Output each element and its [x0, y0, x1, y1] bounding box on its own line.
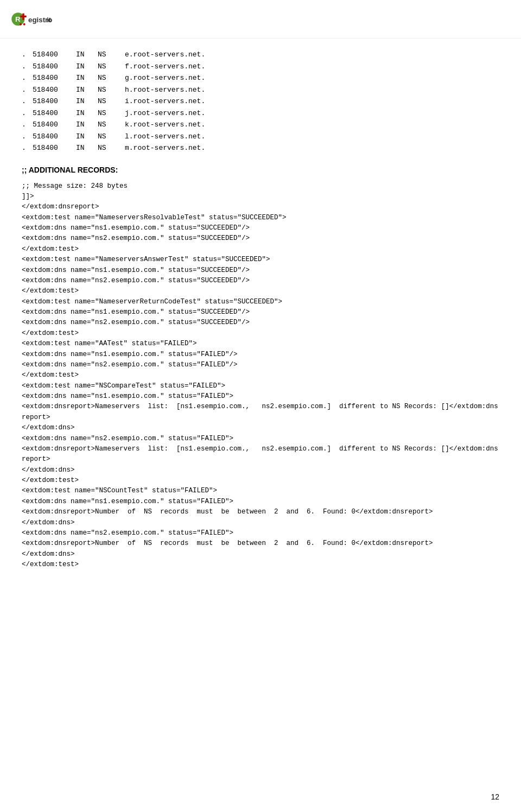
dns-record-row: . 518400 IN NS l.root-servers.net. — [22, 131, 499, 142]
dns-ttl: 518400 — [33, 131, 76, 142]
dns-ttl: 518400 — [33, 61, 76, 72]
dns-class: IN — [76, 85, 98, 96]
dns-class: IN — [76, 96, 98, 107]
dns-dot: . — [22, 119, 33, 130]
dns-record-row: . 518400 IN NS i.root-servers.net. — [22, 96, 499, 107]
dns-value: g.root-servers.net. — [125, 73, 499, 84]
svg-point-4 — [20, 23, 22, 26]
dns-class: IN — [76, 49, 98, 60]
dns-record-row: . 518400 IN NS m.root-servers.net. — [22, 143, 499, 154]
dns-ttl: 518400 — [33, 119, 76, 130]
dns-class: IN — [76, 131, 98, 142]
additional-records-header: ;; ADDITIONAL RECORDS: — [22, 164, 499, 176]
dns-value: e.root-servers.net. — [125, 49, 499, 60]
dns-value: m.root-servers.net. — [125, 143, 499, 154]
dns-class: IN — [76, 73, 98, 84]
dns-type: NS — [98, 108, 125, 119]
dns-class: IN — [76, 108, 98, 119]
page-header: R egistro it — [0, 0, 521, 39]
dns-class: IN — [76, 61, 98, 72]
dns-value: h.root-servers.net. — [125, 85, 499, 96]
svg-point-5 — [23, 23, 26, 26]
page-number: 12 — [491, 792, 499, 801]
dns-type: NS — [98, 49, 125, 60]
dns-value: f.root-servers.net. — [125, 61, 499, 72]
dns-dot: . — [22, 49, 33, 60]
dns-type: NS — [98, 73, 125, 84]
dns-record-row: . 518400 IN NS g.root-servers.net. — [22, 73, 499, 84]
xml-content-block: ;; Message size: 248 bytes ]]> </extdom:… — [22, 181, 499, 570]
dns-record-row: . 518400 IN NS e.root-servers.net. — [22, 49, 499, 60]
dns-type: NS — [98, 143, 125, 154]
dns-type: NS — [98, 96, 125, 107]
dns-record-row: . 518400 IN NS k.root-servers.net. — [22, 119, 499, 130]
dns-type: NS — [98, 119, 125, 130]
dns-class: IN — [76, 143, 98, 154]
dns-ttl: 518400 — [33, 85, 76, 96]
main-content: . 518400 IN NS e.root-servers.net. . 518… — [0, 39, 521, 602]
dns-ttl: 518400 — [33, 108, 76, 119]
dns-class: IN — [76, 119, 98, 130]
dns-ttl: 518400 — [33, 73, 76, 84]
logo: R egistro it — [11, 5, 510, 33]
dns-ttl: 518400 — [33, 143, 76, 154]
dns-value: k.root-servers.net. — [125, 119, 499, 130]
dns-type: NS — [98, 131, 125, 142]
dns-dot: . — [22, 143, 33, 154]
dns-value: l.root-servers.net. — [125, 131, 499, 142]
dns-record-row: . 518400 IN NS f.root-servers.net. — [22, 61, 499, 72]
dns-value: i.root-servers.net. — [125, 96, 499, 107]
svg-rect-3 — [20, 16, 26, 17]
dns-dot: . — [22, 61, 33, 72]
dns-record-row: . 518400 IN NS h.root-servers.net. — [22, 85, 499, 96]
dns-dot: . — [22, 85, 33, 96]
dns-dot: . — [22, 73, 33, 84]
dns-type: NS — [98, 85, 125, 96]
dns-value: j.root-servers.net. — [125, 108, 499, 119]
dns-ttl: 518400 — [33, 96, 76, 107]
dns-record-row: . 518400 IN NS j.root-servers.net. — [22, 108, 499, 119]
dns-dot: . — [22, 108, 33, 119]
dns-type: NS — [98, 61, 125, 72]
dns-records-table: . 518400 IN NS e.root-servers.net. . 518… — [22, 49, 499, 154]
svg-text:it: it — [47, 16, 52, 24]
dns-dot: . — [22, 131, 33, 142]
svg-text:R: R — [15, 15, 21, 23]
dns-dot: . — [22, 96, 33, 107]
logo-image: R egistro it — [11, 5, 54, 33]
dns-ttl: 518400 — [33, 49, 76, 60]
